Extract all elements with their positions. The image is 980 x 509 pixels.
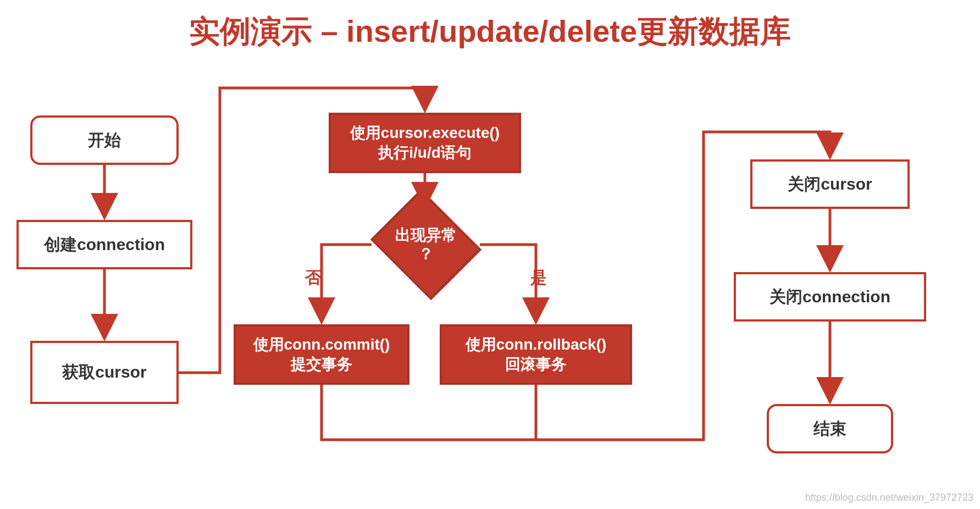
node-create-connection: 创建connection bbox=[16, 220, 192, 269]
node-start: 开始 bbox=[30, 115, 179, 165]
watermark: https://blog.csdn.net/weixin_37972723 bbox=[805, 492, 973, 504]
label-no: 否 bbox=[305, 267, 322, 289]
execute-line2: 执行i/u/d语句 bbox=[350, 143, 500, 163]
label-yes: 是 bbox=[530, 267, 547, 289]
node-close-cursor: 关闭cursor bbox=[750, 159, 910, 209]
node-exception-decision: 出现异常 ？ bbox=[377, 209, 475, 280]
node-rollback: 使用conn.rollback() 回滚事务 bbox=[440, 324, 632, 385]
diagram-title: 实例演示 – insert/update/delete更新数据库 bbox=[0, 11, 980, 53]
node-close-connection: 关闭connection bbox=[734, 272, 926, 322]
exception-line2: ？ bbox=[395, 245, 457, 263]
rollback-line1: 使用conn.rollback() bbox=[466, 335, 607, 355]
node-execute: 使用cursor.execute() 执行i/u/d语句 bbox=[329, 113, 521, 173]
node-end: 结束 bbox=[767, 404, 893, 453]
commit-line1: 使用conn.commit() bbox=[253, 335, 390, 355]
execute-line1: 使用cursor.execute() bbox=[350, 123, 500, 143]
exception-line1: 出现异常 bbox=[395, 226, 457, 245]
rollback-line2: 回滚事务 bbox=[466, 355, 607, 374]
node-commit: 使用conn.commit() 提交事务 bbox=[234, 324, 409, 385]
commit-line2: 提交事务 bbox=[253, 355, 390, 374]
node-get-cursor: 获取cursor bbox=[30, 341, 179, 404]
